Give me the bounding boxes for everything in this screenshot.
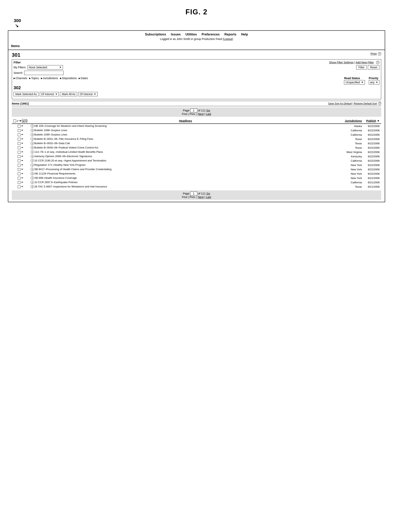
page-input-top[interactable] — [190, 109, 197, 112]
logout-link[interactable]: Logout — [224, 37, 232, 40]
table-row: ✒ iHB 109–Coverage for Newborn and Infan… — [12, 124, 381, 128]
nav-reports[interactable]: Reports — [224, 33, 236, 36]
mark-all-button[interactable]: Mark All As — [60, 92, 77, 96]
go-link-top[interactable]: Go — [206, 109, 210, 112]
row-checkbox[interactable] — [18, 172, 20, 175]
row-checkbox[interactable] — [18, 160, 20, 162]
row-checkbox[interactable] — [18, 142, 20, 145]
dispositions-btn[interactable]: ▶ Dispositions — [60, 77, 77, 80]
priority-dropdown[interactable]: any ▼ — [369, 80, 379, 85]
row-pencil-icon: ✒ — [21, 181, 23, 184]
col-jurisdictions-header: Jurisdictions — [342, 118, 364, 124]
row-pencil-icon: ✒ — [21, 137, 23, 141]
mark-selected-button[interactable]: Mark Selected As — [14, 92, 39, 96]
sort-help-icon[interactable]: ? — [378, 102, 381, 105]
row-checkbox[interactable] — [18, 181, 20, 184]
row-headline[interactable]: iBulletin B–0032–06–Data Call — [29, 141, 342, 146]
row-headline[interactable]: i10 CCR 2697.6–Earthquake Policies — [29, 180, 342, 185]
nav-issues[interactable]: Issues — [171, 33, 181, 36]
last-link-bottom[interactable]: Last — [206, 196, 211, 199]
jurisdictions-btn[interactable]: ▶ Jurisdictions — [41, 77, 58, 80]
row-headline[interactable]: iBulletin 1096–Surplus Lines — [29, 128, 342, 132]
reset-button[interactable]: Reset — [368, 65, 379, 70]
print-help-icon[interactable]: ? — [378, 52, 381, 55]
first-link-top[interactable]: First — [182, 112, 187, 115]
table-row: ✒ i10 CCR 2697.6–Earthquake Policies Cal… — [12, 180, 381, 185]
jurisdictions-sort-link[interactable]: Jurisdictions — [345, 119, 362, 122]
row-headline[interactable]: iSB 8417–Processing of Health Claims and… — [29, 167, 342, 171]
channels-row: ▶ Channels ▶ Topics ▶ Jurisdictions ▶ Di… — [14, 77, 340, 80]
row-publish-date: 8/22/2006 — [364, 137, 381, 141]
publish-arrow-icon[interactable]: ▼ — [377, 119, 380, 122]
prev-link-bottom[interactable]: Prev. — [189, 196, 196, 199]
add-new-filter-link[interactable]: Add New Filter — [356, 61, 374, 64]
row-checkbox[interactable] — [18, 125, 20, 128]
mark-row: Mark Selected As Of Interest ▼ Mark All … — [14, 92, 379, 96]
headlines-sort-link[interactable]: Headlines — [179, 119, 192, 122]
row-headline[interactable]: iBulletin B–0031–06–Title Insurance E–Fi… — [29, 137, 342, 141]
next-link-top[interactable]: Next — [198, 112, 204, 115]
row-checkbox[interactable] — [18, 164, 20, 166]
row-checkbox[interactable] — [18, 129, 20, 132]
row-jurisdiction: New York — [342, 163, 364, 167]
my-filters-select[interactable]: None Selected: ▼ — [28, 65, 63, 70]
go-link-bottom[interactable]: Go — [206, 192, 210, 195]
filter-button[interactable]: Filter — [356, 65, 367, 70]
row-checkbox-cell: ✒ — [12, 163, 29, 167]
dates-btn[interactable]: ▶ Dates — [79, 77, 88, 80]
row-headline[interactable]: i10 CCR 2190.20 et seq.–Agent Appointmen… — [29, 159, 342, 163]
row-headline[interactable]: iBulletin B–0030–06–Federal Violent Crim… — [29, 146, 342, 150]
table-row: ✒ iBulletin B–0032–06–Data Call Texas 8/… — [12, 141, 381, 146]
row-checkbox[interactable] — [18, 138, 20, 141]
channels-btn[interactable]: ▶ Channels — [14, 77, 27, 80]
read-status-dropdown[interactable]: Unspecified ▼ — [344, 80, 365, 85]
nav-subscriptions[interactable]: Subscriptions — [145, 33, 166, 36]
row-publish-date: 8/22/2006 — [364, 146, 381, 150]
read-status-value: Unspecified — [345, 81, 360, 84]
first-link-bottom[interactable]: First — [182, 196, 187, 199]
header-checkbox-icon[interactable] — [13, 120, 16, 122]
page-input-bottom[interactable] — [190, 191, 197, 196]
show-filter-settings-link[interactable]: Show Filter Settings — [329, 61, 354, 64]
row-headline[interactable]: i28 TAC 5.4607–Inspections for Windstorm… — [29, 185, 342, 189]
save-sort-link[interactable]: Save Sort As Default — [328, 102, 352, 105]
of-label-bottom: of 111 — [198, 192, 206, 195]
row-headline[interactable]: iRegulation 171–Healthy New York Program — [29, 163, 342, 167]
print-label[interactable]: Print — [371, 52, 377, 55]
search-input[interactable] — [24, 71, 64, 75]
row-publish-date: 8/22/2006 — [364, 128, 381, 132]
print-help-link[interactable]: Print ? — [371, 52, 381, 55]
restore-sort-link[interactable]: Restore Default Sort — [354, 102, 377, 105]
row-headline[interactable]: iAdvisory Opinion 2006–09–Electronic Sig… — [29, 154, 342, 159]
row-checkbox[interactable] — [18, 168, 20, 171]
of-interest-2-select[interactable]: Of Interest ▼ — [78, 92, 97, 96]
of-interest-1-value: Of Interest — [41, 93, 54, 96]
nav-preferences[interactable]: Preferences — [201, 33, 220, 36]
row-headline[interactable]: iAB 699–Health Insurance Coverage — [29, 176, 342, 180]
login-status: Logged in as John Smith in group Product… — [8, 37, 385, 40]
table-row: ✒ iAB 699–Health Insurance Coverage New … — [12, 176, 381, 180]
top-bar: 301 Print ? — [12, 52, 381, 58]
row-headline[interactable]: i114–78–1 et seq.–Individual Limited Hea… — [29, 150, 342, 154]
next-link-bottom[interactable]: Next — [198, 196, 204, 199]
table-header-row: ✓ ✒ u i Headlines Jurisdictions Publish — [12, 118, 381, 124]
row-checkbox[interactable] — [18, 151, 20, 154]
row-checkbox[interactable] — [18, 186, 20, 188]
row-checkbox[interactable] — [18, 177, 20, 180]
of-interest-1-select[interactable]: Of Interest ▼ — [40, 92, 59, 96]
filter-help-icon[interactable]: ? — [376, 61, 379, 64]
row-pencil-icon: ✒ — [21, 133, 23, 136]
row-checkbox[interactable] — [18, 155, 20, 158]
row-headline[interactable]: iAB 11129–Financial Requirements — [29, 171, 342, 176]
row-checkbox[interactable] — [18, 134, 20, 136]
row-checkbox[interactable] — [18, 146, 20, 149]
row-headline[interactable]: iHB 109–Coverage for Newborn and Infant … — [29, 124, 342, 128]
row-headline[interactable]: iBulletin 1095–Surplus Lines — [29, 132, 342, 137]
topics-btn[interactable]: ▶ Topics — [29, 77, 39, 80]
last-link-top[interactable]: Last — [206, 112, 211, 115]
nav-help[interactable]: Help — [241, 33, 248, 36]
nav-utilities[interactable]: Utilities — [186, 33, 197, 36]
row-pencil-icon: ✒ — [21, 151, 23, 153]
prev-link-top[interactable]: Prev. — [189, 112, 196, 115]
publish-sort-link[interactable]: Publish — [366, 119, 376, 122]
